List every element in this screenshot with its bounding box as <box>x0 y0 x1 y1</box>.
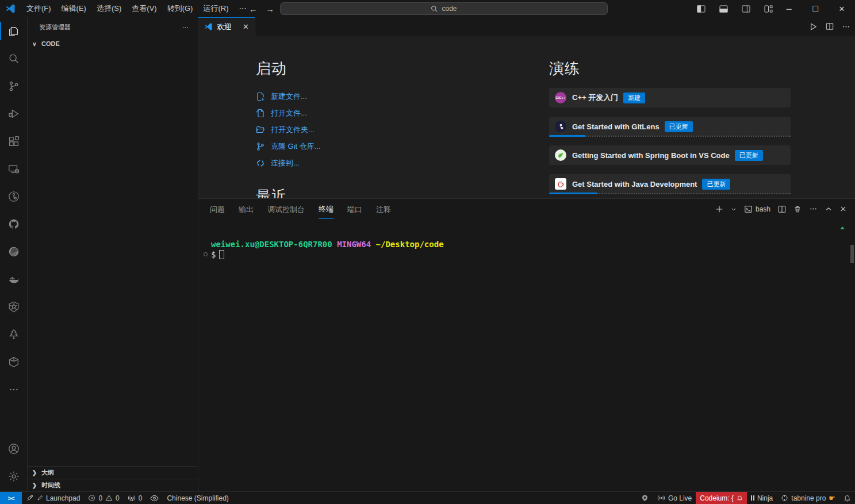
terminal-view[interactable]: weiwei.xu@DESKTOP-6QR7R00 MINGW64 ~/Desk… <box>198 233 855 491</box>
paw-icon <box>641 494 649 502</box>
panel-more-actions-icon[interactable] <box>809 205 818 213</box>
outline-label: 大纲 <box>41 468 54 477</box>
sidebar-section-outline[interactable]: ❯ 大纲 <box>28 466 198 479</box>
minimize-button[interactable]: ─ <box>776 0 802 17</box>
open-file-link[interactable]: 打开文件... <box>256 105 526 121</box>
walkthrough-springboot[interactable]: Getting Started with Spring Boot in VS C… <box>549 145 791 165</box>
sidebar-section-code[interactable]: ∨ CODE <box>28 37 198 50</box>
maximize-panel-icon[interactable] <box>825 206 832 213</box>
walkthrough-title: Get Started with GitLens <box>572 122 660 131</box>
shell-picker[interactable]: bash <box>744 205 770 213</box>
terminal-input-line[interactable]: $ <box>211 249 224 260</box>
close-panel-icon[interactable] <box>839 205 847 213</box>
title-bar: 文件(F) 编辑(E) 选择(S) 查看(V) 转到(G) 运行(R) ⋯ ← … <box>0 0 855 17</box>
project-tree-icon[interactable] <box>0 321 28 348</box>
menu-edit[interactable]: 编辑(E) <box>56 0 91 17</box>
tab-comments[interactable]: 注释 <box>376 199 391 219</box>
tab-problems[interactable]: 问题 <box>210 199 225 219</box>
terminal-scrollbar[interactable] <box>850 245 854 263</box>
tabnine-status[interactable]: tabnine pro ☛ <box>777 492 839 504</box>
go-live-status[interactable]: Go Live <box>653 492 696 504</box>
screencast-status[interactable] <box>146 492 163 504</box>
tab-output[interactable]: 输出 <box>239 199 254 219</box>
codeium-status[interactable]: Codeium: { <box>696 492 747 504</box>
clone-repo-link[interactable]: 克隆 Git 仓库... <box>256 138 526 155</box>
prompt-symbol: $ <box>211 249 216 260</box>
remote-indicator[interactable]: >< <box>0 492 22 504</box>
tab-ports[interactable]: 端口 <box>347 199 362 219</box>
pause-icon <box>751 495 754 501</box>
more-views-icon[interactable] <box>0 376 28 403</box>
tab-label: 欢迎 <box>217 22 232 32</box>
launchpad-status[interactable]: Launchpad <box>22 492 84 504</box>
menu-go[interactable]: 转到(G) <box>162 0 198 17</box>
ports-status[interactable]: 0 <box>124 492 147 504</box>
customize-layout-icon[interactable] <box>761 2 776 15</box>
tabnine-label: tabnine pro <box>791 494 826 502</box>
menu-view[interactable]: 查看(V) <box>126 0 162 17</box>
cube-icon[interactable] <box>0 348 28 376</box>
toggle-secondary-sidebar-icon[interactable] <box>738 2 753 15</box>
github-icon[interactable] <box>0 210 28 238</box>
bottom-panel: 问题 输出 调试控制台 终端 端口 注释 bash weiwei.xu@DESK… <box>198 198 855 491</box>
menu-file[interactable]: 文件(F) <box>21 0 56 17</box>
tab-welcome[interactable]: 欢迎 ✕ <box>198 17 255 36</box>
tab-debug-console[interactable]: 调试控制台 <box>267 199 305 219</box>
walkthrough-cpp[interactable]: C/C++ C++ 开发入门 新建 <box>549 88 791 107</box>
start-heading: 启动 <box>256 59 526 79</box>
new-file-link[interactable]: 新建文件... <box>256 88 526 105</box>
updated-badge: 已更新 <box>665 121 693 132</box>
toggle-panel-icon[interactable] <box>716 2 731 15</box>
menu-selection[interactable]: 选择(S) <box>91 0 126 17</box>
search-view-icon[interactable] <box>0 45 28 72</box>
language-status[interactable]: Chinese (Simplified) <box>163 492 232 504</box>
cpp-icon: C/C++ <box>555 92 566 103</box>
editor-more-actions-icon[interactable] <box>842 22 850 31</box>
remote-explorer-icon[interactable] <box>0 155 28 183</box>
source-control-icon[interactable] <box>0 72 28 100</box>
menu-run[interactable]: 运行(R) <box>198 0 233 17</box>
walkthrough-gitlens[interactable]: Get Started with GitLens 已更新 <box>549 117 791 136</box>
gitlens-icon[interactable] <box>0 183 28 210</box>
welcome-page: 启动 新建文件... 打开文件... 打开文件夹... <box>198 36 855 198</box>
sidebar-more-icon[interactable]: ⋯ <box>182 24 189 31</box>
forward-arrow-icon[interactable]: → <box>266 4 274 14</box>
problems-status[interactable]: 0 0 <box>84 492 123 504</box>
close-button[interactable]: ✕ <box>829 0 855 17</box>
swirl-extension-icon[interactable] <box>0 238 28 266</box>
vscode-logo-icon <box>5 3 16 14</box>
chevron-down-icon: ∨ <box>30 41 39 47</box>
command-decoration-icon[interactable] <box>204 252 208 256</box>
open-folder-link[interactable]: 打开文件夹... <box>256 121 526 138</box>
kill-terminal-icon[interactable] <box>793 205 802 213</box>
notifications-status[interactable] <box>839 492 855 504</box>
start-item-label: 新建文件... <box>271 91 307 102</box>
sidebar-section-timeline[interactable]: ❯ 时间线 <box>28 479 198 491</box>
sidebar-title: 资源管理器 <box>39 23 71 32</box>
run-debug-icon[interactable] <box>0 100 28 128</box>
explorer-icon[interactable] <box>0 17 28 45</box>
ninja-status[interactable]: Ninja <box>747 492 777 504</box>
tab-terminal[interactable]: 终端 <box>319 199 333 219</box>
command-center-search[interactable]: code <box>280 2 608 15</box>
connect-to-link[interactable]: 连接到... <box>256 155 526 171</box>
docker-icon[interactable] <box>0 266 28 293</box>
new-terminal-icon[interactable] <box>715 205 723 213</box>
run-file-icon[interactable] <box>809 22 818 31</box>
toggle-sidebar-icon[interactable] <box>693 2 708 15</box>
maximize-button[interactable]: ☐ <box>802 0 829 17</box>
settings-gear-icon[interactable] <box>0 463 28 490</box>
account-icon[interactable] <box>0 435 28 463</box>
updated-badge: 已更新 <box>735 150 763 161</box>
error-count: 0 <box>98 494 102 502</box>
kubernetes-icon[interactable] <box>0 293 28 321</box>
walkthrough-java[interactable]: Get Started with Java Development 已更新 <box>549 174 791 194</box>
extensions-icon[interactable] <box>0 128 28 155</box>
split-editor-icon[interactable] <box>826 22 834 30</box>
terminal-cursor <box>219 250 224 259</box>
tab-close-icon[interactable]: ✕ <box>243 22 249 31</box>
split-terminal-icon[interactable] <box>778 205 786 213</box>
back-arrow-icon[interactable]: ← <box>249 4 258 14</box>
terminal-dropdown-icon[interactable] <box>731 206 737 212</box>
paw-extension-status[interactable] <box>637 492 653 504</box>
